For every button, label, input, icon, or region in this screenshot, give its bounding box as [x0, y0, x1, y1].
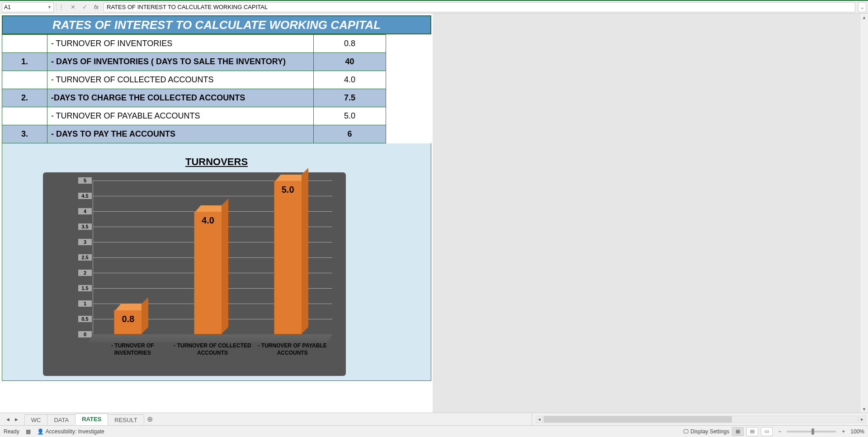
- zoom-in-button[interactable]: +: [839, 428, 848, 435]
- y-tick-label: 2.5: [78, 254, 92, 261]
- chart-region: TURNOVERS 00.511.522.533.544.55 0.84.05.…: [2, 143, 431, 381]
- table-row[interactable]: - TURNOVER OF INVENTORIES0.8: [2, 35, 386, 53]
- y-tick-label: 3: [78, 239, 92, 245]
- scroll-up-icon[interactable]: ▲: [860, 14, 868, 21]
- rates-table: - TURNOVER OF INVENTORIES0.81.- DAYS OF …: [2, 34, 386, 143]
- status-ready: Ready: [4, 428, 19, 435]
- chart-title: TURNOVERS: [2, 156, 431, 168]
- view-normal-icon[interactable]: ▦: [732, 427, 744, 436]
- record-macro-icon[interactable]: ▦: [26, 428, 31, 435]
- row-number[interactable]: [2, 35, 47, 53]
- row-label[interactable]: - DAYS TO PAY THE ACCOUNTS: [47, 125, 313, 143]
- chart-bar: 0.8: [114, 310, 142, 334]
- empty-pane[interactable]: [433, 14, 860, 413]
- tab-prev-icon[interactable]: ◄: [5, 417, 10, 422]
- tab-nav: ◄ ►: [0, 413, 24, 425]
- display-settings-button[interactable]: 🖵Display Settings: [683, 428, 729, 435]
- y-tick-label: 0: [78, 331, 92, 337]
- row-label[interactable]: -DAYS TO CHARGE THE COLLECTED ACCOUNTS: [47, 89, 313, 107]
- view-page-break-icon[interactable]: ▭: [761, 427, 773, 436]
- zoom-level[interactable]: 100%: [850, 428, 864, 435]
- category-label: - TURNOVER OF INVENTORIES: [93, 342, 173, 356]
- zoom-thumb[interactable]: [811, 428, 814, 435]
- category-label: - TURNOVER OF PAYABLE ACCOUNTS: [252, 342, 332, 356]
- scroll-down-icon[interactable]: ▼: [860, 405, 868, 413]
- zoom-out-button[interactable]: −: [775, 428, 784, 435]
- row-label[interactable]: - TURNOVER OF COLLECTED ACCOUNTS: [47, 71, 313, 89]
- formula-more-icon[interactable]: ⋮: [57, 2, 66, 12]
- row-number[interactable]: 2.: [2, 89, 47, 107]
- sheet-tabs: WCDATARATESRESULT: [24, 413, 144, 425]
- hscroll-thumb[interactable]: [544, 416, 732, 423]
- chart-plot-area: 0.84.05.0: [93, 180, 332, 334]
- chart-box[interactable]: 00.511.522.533.544.55 0.84.05.0 - TURNOV…: [43, 172, 346, 376]
- chart-y-axis: 00.511.522.533.544.55: [78, 180, 92, 334]
- y-tick-label: 1.5: [78, 285, 92, 291]
- zoom-slider[interactable]: [787, 431, 836, 432]
- formula-text: RATES OF INTEREST TO CALCULATE WORKING C…: [107, 4, 268, 10]
- y-tick-label: 5: [78, 177, 92, 184]
- chart-bar: 5.0: [274, 180, 302, 334]
- name-box[interactable]: A1 ▼: [2, 2, 54, 12]
- y-tick-label: 3.5: [78, 223, 92, 230]
- chart-category-labels: - TURNOVER OF INVENTORIES- TURNOVER OF C…: [93, 342, 332, 356]
- row-number[interactable]: 3.: [2, 125, 47, 143]
- tab-next-icon[interactable]: ►: [14, 417, 19, 422]
- vertical-scrollbar[interactable]: ▲ ▼: [860, 14, 868, 413]
- row-value[interactable]: 0.8: [314, 35, 386, 53]
- hscroll-left-icon[interactable]: ◄: [536, 416, 543, 423]
- hscroll-right-icon[interactable]: ►: [859, 416, 866, 423]
- fx-icon[interactable]: fx: [92, 2, 101, 12]
- add-sheet-button[interactable]: ⊕: [144, 413, 156, 425]
- row-number[interactable]: 1.: [2, 53, 47, 71]
- accept-icon[interactable]: ✓: [80, 2, 89, 12]
- formula-bar: A1 ▼ ⋮ ✕ ✓ fx RATES OF INTEREST TO CALCU…: [0, 0, 868, 14]
- row-value[interactable]: 6: [314, 125, 386, 143]
- accessibility-status[interactable]: Accessibility: Investigate: [37, 428, 104, 435]
- sheet-title[interactable]: RATES OF INTEREST TO CALCULATE WORKING C…: [2, 15, 431, 34]
- row-label[interactable]: - TURNOVER OF INVENTORIES: [47, 35, 313, 53]
- status-bar: Ready ▦ Accessibility: Investigate 🖵Disp…: [0, 425, 868, 437]
- sheet-tab-wc[interactable]: WC: [24, 414, 48, 425]
- chevron-down-icon[interactable]: ▼: [47, 5, 52, 10]
- y-tick-label: 4: [78, 208, 92, 214]
- row-value[interactable]: 7.5: [314, 89, 386, 107]
- chart-bar: 4.0: [194, 211, 222, 334]
- bar-value-label: 5.0: [274, 185, 302, 195]
- table-row[interactable]: 2.-DAYS TO CHARGE THE COLLECTED ACCOUNTS…: [2, 89, 386, 107]
- chart-floor: [88, 334, 332, 342]
- row-label[interactable]: - DAYS OF INVENTORIES ( DAYS TO SALE THE…: [47, 53, 313, 71]
- sheet-pane[interactable]: RATES OF INTEREST TO CALCULATE WORKING C…: [0, 14, 433, 413]
- category-label: - TURNOVER OF COLLECTED ACCOUNTS: [173, 342, 253, 356]
- formula-expand-icon[interactable]: ⌄: [858, 2, 866, 12]
- table-row[interactable]: - TURNOVER OF COLLECTED ACCOUNTS4.0: [2, 71, 386, 89]
- row-value[interactable]: 40: [314, 53, 386, 71]
- y-tick-label: 4.5: [78, 193, 92, 199]
- y-tick-label: 1: [78, 300, 92, 307]
- table-row[interactable]: 1.- DAYS OF INVENTORIES ( DAYS TO SALE T…: [2, 53, 386, 71]
- row-number[interactable]: [2, 107, 47, 125]
- hscroll-track[interactable]: [543, 416, 858, 423]
- bar-value-label: 4.0: [194, 215, 222, 226]
- y-tick-label: 2: [78, 270, 92, 276]
- formula-input[interactable]: RATES OF INTEREST TO CALCULATE WORKING C…: [104, 2, 855, 12]
- sheet-tab-data[interactable]: DATA: [47, 414, 75, 425]
- horizontal-scrollbar[interactable]: ◄ ►: [533, 413, 868, 425]
- sheet-tab-result[interactable]: RESULT: [108, 414, 144, 425]
- table-row[interactable]: - TURNOVER OF PAYABLE ACCOUNTS5.0: [2, 107, 386, 125]
- sheet-tab-rates[interactable]: RATES: [75, 413, 108, 425]
- cancel-icon[interactable]: ✕: [68, 2, 77, 12]
- view-page-layout-icon[interactable]: ▤: [746, 427, 758, 436]
- row-value[interactable]: 5.0: [314, 107, 386, 125]
- table-row[interactable]: 3.- DAYS TO PAY THE ACCOUNTS6: [2, 125, 386, 143]
- y-tick-label: 0.5: [78, 316, 92, 322]
- cell-reference: A1: [4, 4, 11, 10]
- row-label[interactable]: - TURNOVER OF PAYABLE ACCOUNTS: [47, 107, 313, 125]
- bar-value-label: 0.8: [114, 314, 142, 324]
- row-value[interactable]: 4.0: [314, 71, 386, 89]
- main-area: RATES OF INTEREST TO CALCULATE WORKING C…: [0, 14, 868, 413]
- row-number[interactable]: [2, 71, 47, 89]
- sheet-tabs-bar: ◄ ► WCDATARATESRESULT ⊕ ◄ ►: [0, 413, 868, 425]
